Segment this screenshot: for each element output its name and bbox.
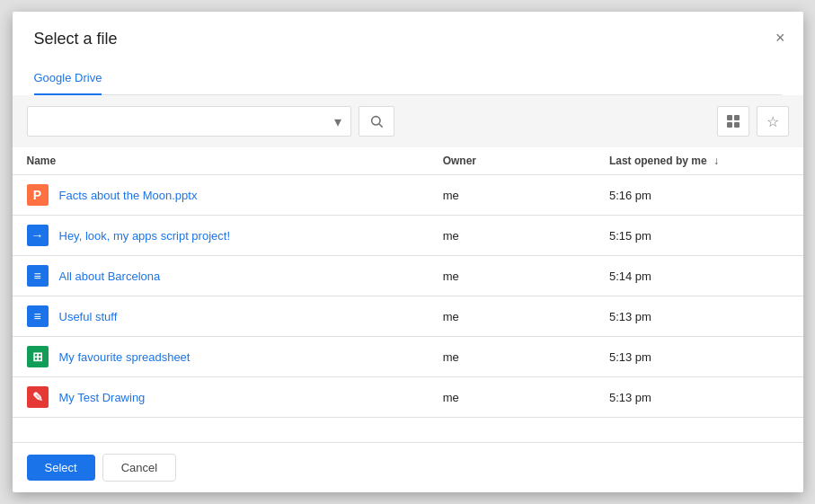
file-owner-cell: me bbox=[429, 377, 595, 418]
pptx-icon: P bbox=[27, 184, 49, 206]
dropdown-arrow-icon[interactable]: ▾ bbox=[332, 113, 343, 130]
file-time-cell: 5:13 pm bbox=[595, 337, 803, 377]
cancel-button[interactable]: Cancel bbox=[102, 454, 176, 482]
grid-view-button[interactable] bbox=[717, 106, 749, 137]
star-icon: ☆ bbox=[766, 113, 779, 130]
file-name-cell: ⊞ My favourite spreadsheet bbox=[13, 337, 429, 377]
file-owner-cell: me bbox=[429, 256, 595, 296]
search-button[interactable] bbox=[359, 106, 394, 137]
table-row[interactable]: ✎ My Test Drawing me 5:13 pm bbox=[13, 377, 803, 418]
file-table-body: P Facts about the Moon.pptx me 5:16 pm →… bbox=[13, 175, 803, 418]
file-name-link[interactable]: All about Barcelona bbox=[59, 270, 161, 283]
file-owner-cell: me bbox=[429, 216, 595, 256]
star-view-button[interactable]: ☆ bbox=[757, 106, 789, 137]
file-name-link[interactable]: My favourite spreadsheet bbox=[59, 350, 190, 364]
column-header-last-opened[interactable]: Last opened by me ↓ bbox=[595, 147, 803, 175]
sheets-icon: ⊞ bbox=[27, 346, 49, 367]
table-row[interactable]: ≡ All about Barcelona me 5:14 pm bbox=[13, 256, 803, 296]
dialog-header: Select a file × Google Drive bbox=[13, 12, 803, 95]
script-icon: → bbox=[27, 225, 49, 246]
column-header-name: Name bbox=[13, 147, 429, 175]
file-name-cell: ✎ My Test Drawing bbox=[13, 377, 429, 418]
close-button[interactable]: × bbox=[772, 26, 789, 49]
file-table: Name Owner Last opened by me ↓ P Facts a… bbox=[13, 147, 803, 418]
file-list-container: Name Owner Last opened by me ↓ P Facts a… bbox=[13, 147, 803, 442]
file-time-cell: 5:13 pm bbox=[595, 296, 803, 337]
table-row[interactable]: ≡ Useful stuff me 5:13 pm bbox=[13, 296, 803, 337]
file-time-cell: 5:14 pm bbox=[595, 256, 803, 296]
dialog-title: Select a file bbox=[34, 30, 782, 49]
tab-google-drive[interactable]: Google Drive bbox=[34, 62, 102, 95]
file-name-cell: ≡ Useful stuff bbox=[13, 296, 429, 337]
table-row[interactable]: ⊞ My favourite spreadsheet me 5:13 pm bbox=[13, 337, 803, 377]
grid-icon bbox=[727, 115, 740, 128]
file-owner-cell: me bbox=[429, 296, 595, 337]
table-header: Name Owner Last opened by me ↓ bbox=[13, 147, 803, 175]
file-name-cell: → Hey, look, my apps script project! bbox=[13, 216, 429, 256]
search-input[interactable] bbox=[35, 107, 332, 136]
file-name-link[interactable]: Useful stuff bbox=[59, 310, 118, 323]
file-name-cell: ≡ All about Barcelona bbox=[13, 256, 429, 296]
file-name-link[interactable]: Facts about the Moon.pptx bbox=[59, 189, 198, 202]
file-owner-cell: me bbox=[429, 175, 595, 216]
search-icon bbox=[369, 114, 384, 128]
select-file-dialog: Select a file × Google Drive ▾ ☆ bbox=[13, 12, 803, 492]
file-name-link[interactable]: Hey, look, my apps script project! bbox=[59, 229, 231, 243]
svg-point-0 bbox=[371, 117, 379, 125]
file-name-cell: P Facts about the Moon.pptx bbox=[13, 175, 429, 216]
file-time-cell: 5:16 pm bbox=[595, 175, 803, 216]
table-row[interactable]: P Facts about the Moon.pptx me 5:16 pm bbox=[13, 175, 803, 216]
search-wrapper: ▾ bbox=[27, 106, 351, 137]
table-row[interactable]: → Hey, look, my apps script project! me … bbox=[13, 216, 803, 256]
tabs-bar: Google Drive bbox=[34, 61, 782, 95]
select-button[interactable]: Select bbox=[27, 455, 95, 481]
sort-arrow-icon: ↓ bbox=[713, 155, 719, 167]
file-name-link[interactable]: My Test Drawing bbox=[59, 391, 146, 404]
svg-line-1 bbox=[379, 124, 383, 128]
doc-icon: ≡ bbox=[27, 305, 49, 327]
file-owner-cell: me bbox=[429, 337, 595, 377]
dialog-footer: Select Cancel bbox=[13, 442, 803, 492]
toolbar: ▾ ☆ bbox=[13, 95, 803, 147]
file-time-cell: 5:15 pm bbox=[595, 216, 803, 256]
file-time-cell: 5:13 pm bbox=[595, 377, 803, 418]
doc-icon: ≡ bbox=[27, 265, 49, 287]
drawing-icon: ✎ bbox=[27, 386, 49, 408]
column-header-owner: Owner bbox=[429, 147, 595, 175]
